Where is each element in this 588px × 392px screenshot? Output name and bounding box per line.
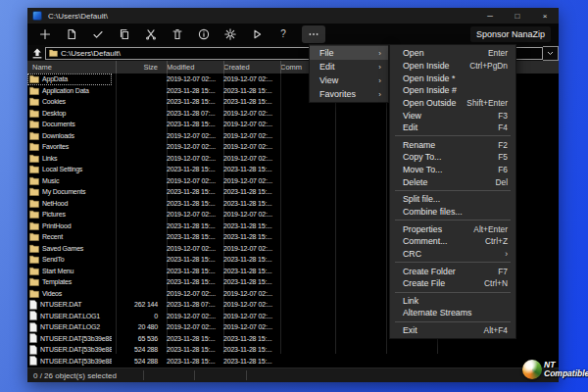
- file-name: Pictures: [42, 211, 66, 218]
- watermark-text: NT Compatible: [544, 361, 588, 378]
- file-created: 2019-12-07 02:...: [220, 245, 276, 252]
- file-name-cell[interactable]: NetHood: [27, 198, 112, 210]
- move-button[interactable]: [137, 25, 164, 43]
- extract-button[interactable]: [58, 25, 84, 43]
- file-modified: 2023-11-28 15:...: [163, 200, 220, 207]
- submenu-item-open[interactable]: OpenEnter: [390, 47, 515, 60]
- file-name-cell[interactable]: NTUSER.DAT: [27, 299, 112, 311]
- svg-text:?: ?: [280, 28, 286, 39]
- submenu-item-open-inside[interactable]: Open Inside *: [390, 72, 515, 84]
- file-row[interactable]: NTUSER.DAT{53b39e88-...524 2882023-11-28…: [27, 356, 559, 368]
- menu-item-favorites[interactable]: Favorites›: [310, 87, 388, 101]
- test-button[interactable]: [84, 25, 111, 43]
- file-name-cell[interactable]: Start Menu: [27, 266, 112, 277]
- file-row[interactable]: NTUSER.DAT{53b39e88-...524 2882023-11-28…: [27, 344, 559, 356]
- address-dropdown-button[interactable]: [543, 46, 559, 61]
- help-button[interactable]: ?: [270, 25, 296, 43]
- submenu-item-move-to[interactable]: Move To...F6: [390, 164, 515, 176]
- options-button[interactable]: [217, 25, 243, 43]
- file-name-cell[interactable]: Templates: [27, 276, 112, 288]
- submenu-item-label: Comment...: [403, 236, 447, 246]
- file-name-cell[interactable]: AppData: [27, 74, 112, 85]
- file-name-cell[interactable]: Music: [27, 175, 112, 187]
- submenu-item-rename[interactable]: RenameF2: [390, 138, 515, 151]
- file-name-cell[interactable]: Favorites: [27, 141, 112, 153]
- file-modified: 2023-11-28 07:...: [163, 110, 220, 117]
- file-name-cell[interactable]: NTUSER.DAT{53b39e88-...: [27, 344, 112, 356]
- submenu-item-split-file[interactable]: Split file...: [390, 193, 515, 206]
- more-icon: [308, 28, 319, 40]
- file-created: 2019-12-07 02:...: [220, 177, 276, 184]
- submenu-item-create-folder[interactable]: Create FolderF7: [390, 265, 515, 277]
- column-header-size[interactable]: Size: [112, 63, 163, 72]
- submenu-item-delete[interactable]: DeleteDel: [390, 175, 515, 188]
- file-name-cell[interactable]: Links: [27, 153, 112, 165]
- folder-icon: [29, 210, 39, 219]
- file-created: 2023-11-28 15:...: [220, 222, 276, 229]
- file-name-cell[interactable]: Local Settings: [27, 164, 112, 175]
- submenu-item-properties[interactable]: PropertiesAlt+Enter: [390, 222, 515, 235]
- menu-item-edit[interactable]: Edit›: [310, 60, 388, 74]
- minimize-button[interactable]: ─: [476, 8, 504, 24]
- file-created: 2019-12-07 02:...: [220, 75, 276, 82]
- add-button[interactable]: [31, 25, 58, 43]
- file-name-cell[interactable]: Pictures: [27, 209, 112, 220]
- submenu-item-comment[interactable]: Comment...Ctrl+Z: [390, 235, 515, 248]
- window-controls: ─ □ ×: [476, 8, 559, 24]
- submenu-item-label: Rename: [403, 140, 435, 150]
- menu-item-file[interactable]: File›: [310, 46, 388, 60]
- file-name-cell[interactable]: PrintHood: [27, 220, 112, 232]
- file-name-cell[interactable]: NTUSER.DAT.LOG2: [27, 321, 112, 333]
- file-modified: 2019-12-07 02:...: [163, 290, 220, 297]
- submenu-item-copy-to[interactable]: Copy To...F5: [390, 151, 515, 164]
- close-button[interactable]: ×: [531, 8, 559, 24]
- submenu-item-alternate-streams[interactable]: Alternate Streams: [390, 307, 515, 319]
- file-name-cell[interactable]: Application Data: [27, 85, 112, 97]
- column-header-modified[interactable]: Modified: [163, 63, 220, 72]
- file-name-cell[interactable]: Recent: [27, 231, 112, 243]
- submenu-item-view[interactable]: ViewF3: [390, 109, 515, 122]
- file-name-cell[interactable]: Downloads: [27, 130, 112, 142]
- file-name-cell[interactable]: Cookies: [27, 96, 112, 108]
- sponsor-nanazip-button[interactable]: Sponsor NanaZip: [470, 26, 551, 42]
- delete-button[interactable]: [164, 25, 190, 43]
- file-name-cell[interactable]: NTUSER.DAT{53b39e88-...: [27, 333, 112, 345]
- parent-folder-button[interactable]: [29, 46, 45, 60]
- submenu-item-open-outside[interactable]: Open OutsideShift+Enter: [390, 97, 515, 110]
- menu-item-view[interactable]: View›: [310, 74, 388, 87]
- file-size: 262 144: [112, 301, 163, 308]
- file-name-cell[interactable]: Videos: [27, 288, 112, 300]
- file-name-cell[interactable]: Saved Games: [27, 243, 112, 255]
- info-button[interactable]: [190, 25, 217, 43]
- file-name-cell[interactable]: Desktop: [27, 108, 112, 120]
- run-icon: [251, 28, 263, 40]
- add-icon: [39, 28, 51, 40]
- file-name-cell[interactable]: Documents: [27, 119, 112, 130]
- submenu-item-link[interactable]: Link: [390, 295, 515, 308]
- file-name-cell[interactable]: My Documents: [27, 186, 112, 198]
- folder-icon: [29, 232, 39, 241]
- copy-button[interactable]: [111, 25, 137, 43]
- run-button[interactable]: [243, 25, 270, 43]
- more-button[interactable]: [302, 25, 325, 43]
- submenu-item-open-inside[interactable]: Open Inside #: [390, 84, 515, 97]
- submenu-item-open-inside[interactable]: Open InsideCtrl+PgDn: [390, 60, 515, 73]
- submenu-item-crc[interactable]: CRC›: [390, 248, 515, 261]
- file-name-cell[interactable]: SendTo: [27, 254, 112, 266]
- shortcut-label: F6: [490, 165, 508, 174]
- submenu-item-edit[interactable]: EditF4: [390, 122, 515, 134]
- file-name: Downloads: [42, 132, 74, 139]
- menu-separator: [395, 321, 511, 322]
- column-header-created[interactable]: Created: [220, 63, 276, 72]
- submenu-item-combine-files[interactable]: Combine files...: [390, 206, 515, 219]
- column-header-name[interactable]: Name: [27, 63, 112, 72]
- file-name-cell[interactable]: NTUSER.DAT.LOG1: [27, 311, 112, 322]
- submenu-item-create-file[interactable]: Create FileCtrl+N: [390, 277, 515, 290]
- file-name: NTUSER.DAT{53b39e88-...: [40, 346, 112, 353]
- file-created: 2019-12-07 02:...: [220, 313, 276, 319]
- file-name-cell[interactable]: NTUSER.DAT{53b39e88-...: [27, 356, 112, 368]
- submenu-item-exit[interactable]: ExitAlt+F4: [390, 324, 515, 337]
- maximize-button[interactable]: □: [504, 8, 531, 24]
- file-created: 2019-12-07 02:...: [220, 323, 276, 330]
- file-name: Music: [42, 177, 59, 184]
